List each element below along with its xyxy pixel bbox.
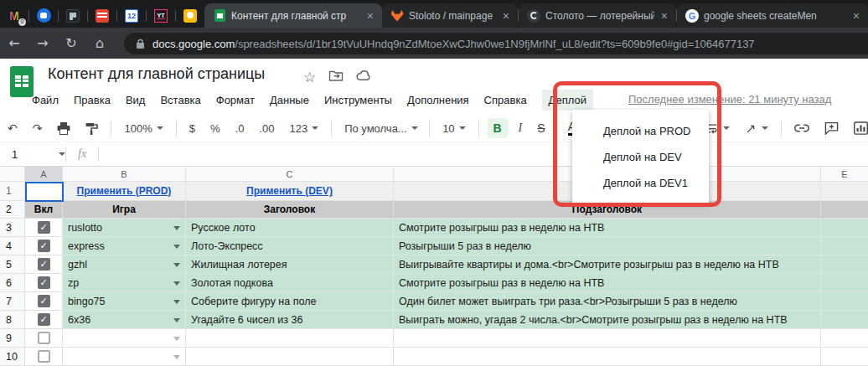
row-header[interactable]: 10 (0, 348, 25, 366)
saved-cloud-icon[interactable] (355, 69, 372, 81)
enabled-cell[interactable] (25, 274, 63, 292)
title-cell[interactable]: Соберите фигуру на поле (186, 292, 394, 311)
enabled-cell[interactable] (25, 329, 63, 348)
menu-item-7[interactable]: Дополнения (407, 94, 469, 106)
close-icon[interactable]: × (501, 10, 511, 22)
dropdown-arrow-icon[interactable] (173, 318, 180, 322)
enabled-cell[interactable] (25, 255, 63, 274)
column-header-c[interactable]: C (186, 167, 394, 182)
increase-decimals-button[interactable]: .00 (259, 122, 274, 135)
last-edit-link[interactable]: Последнее изменение: 21 минуту назад (628, 93, 831, 106)
row-header[interactable]: 6 (0, 274, 25, 292)
text-rotation-button[interactable] (745, 122, 768, 135)
back-button[interactable]: ← (0, 35, 28, 51)
game-cell[interactable]: zp (63, 274, 186, 292)
cell-a1[interactable] (25, 182, 63, 201)
cell-c1[interactable]: Применить (DEV) (186, 182, 394, 201)
game-cell[interactable]: express (63, 237, 186, 255)
pinned-tab-calendar[interactable]: 12 (117, 3, 146, 28)
italic-button[interactable]: I (519, 121, 523, 135)
subtitle-cell[interactable]: Розыгрыши 5 раз в неделю (394, 237, 821, 255)
enabled-cell[interactable] (25, 237, 63, 255)
title-cell[interactable]: Русское лото (186, 219, 394, 237)
game-cell[interactable] (63, 329, 186, 348)
dropdown-arrow-icon[interactable] (173, 263, 180, 267)
menu-item-5[interactable]: Данные (270, 94, 309, 106)
font-select[interactable]: По умолча... (344, 122, 416, 135)
row-header[interactable]: 1 (0, 182, 25, 201)
undo-button[interactable]: ↶ (8, 121, 18, 135)
empty-cell[interactable] (821, 255, 868, 274)
bold-button[interactable]: B (488, 118, 508, 138)
dropdown-arrow-icon[interactable] (173, 355, 180, 359)
game-cell[interactable] (63, 348, 186, 366)
dropdown-arrow-icon[interactable] (173, 245, 180, 249)
font-size-select[interactable]: 10 (442, 122, 465, 135)
row-header[interactable]: 7 (0, 292, 25, 311)
header-cell-subtitle[interactable]: Подзаголовок (394, 201, 821, 219)
header-cell-empty[interactable] (821, 201, 868, 219)
checkbox[interactable] (38, 313, 50, 326)
paint-format-button[interactable] (85, 122, 98, 135)
subtitle-cell[interactable] (394, 329, 821, 348)
dropdown-arrow-icon[interactable] (173, 226, 180, 230)
dropdown-arrow-icon[interactable] (173, 300, 180, 304)
subtitle-cell[interactable] (394, 348, 821, 366)
zoom-select[interactable]: 100% (124, 122, 163, 135)
column-header-b[interactable]: B (63, 167, 186, 182)
row-header[interactable]: 3 (0, 219, 25, 237)
game-cell[interactable]: ruslotto (63, 219, 186, 237)
empty-cell[interactable] (821, 311, 868, 329)
title-cell[interactable]: Угадайте 6 чисел из 36 (186, 311, 394, 329)
empty-cell[interactable] (821, 219, 868, 237)
subtitle-cell[interactable]: Выигрывайте квартиры и дома.<br>Смотрите… (394, 255, 821, 274)
menu-item-4[interactable]: Формат (216, 94, 255, 106)
row-header[interactable]: 8 (0, 311, 25, 329)
strikethrough-button[interactable]: S (537, 121, 545, 135)
decrease-decimals-button[interactable]: .0 (235, 122, 245, 135)
menu-item-0[interactable]: Файл (32, 94, 59, 106)
pinned-tab-trello[interactable] (59, 3, 87, 28)
empty-cell[interactable] (821, 237, 868, 255)
corner-box[interactable] (0, 167, 25, 182)
empty-cell[interactable] (821, 274, 868, 292)
pinned-tab-duo[interactable] (29, 3, 58, 28)
empty-cell[interactable] (821, 348, 868, 366)
header-cell-game[interactable]: Игра (63, 201, 186, 219)
checkbox[interactable] (38, 240, 50, 252)
menu-item-deploy[interactable]: Деплой (542, 90, 593, 111)
menu-item-8[interactable]: Справка (484, 94, 527, 106)
move-folder-icon[interactable] (328, 69, 344, 82)
name-box[interactable]: 1 (0, 148, 65, 161)
enabled-cell[interactable] (25, 292, 63, 311)
format-percent-button[interactable]: % (210, 122, 220, 135)
enabled-cell[interactable] (25, 348, 63, 366)
insert-link-button[interactable] (794, 122, 809, 134)
dropdown-arrow-icon[interactable] (173, 281, 180, 286)
menu-item-6[interactable]: Инструменты (324, 94, 392, 106)
title-cell[interactable] (186, 348, 394, 366)
deploy-menu-item-0[interactable]: Деплой на PROD (572, 118, 709, 144)
title-cell[interactable]: Золотая подкова (186, 274, 394, 292)
menu-item-2[interactable]: Вид (126, 94, 146, 106)
empty-cell[interactable] (821, 329, 868, 348)
home-button[interactable]: ⌂ (85, 35, 114, 51)
tab-sheets[interactable]: Контент для главной стр × (204, 3, 382, 28)
subtitle-cell[interactable]: Смотрите розыгрыш раз в неделю на НТВ (394, 219, 821, 237)
print-button[interactable] (57, 122, 70, 135)
forward-button[interactable]: → (28, 35, 57, 51)
url-field[interactable]: docs.google.com/spreadsheets/d/1br19tVuU… (124, 33, 868, 54)
text-wrap-button[interactable] (706, 122, 730, 135)
enabled-cell[interactable] (25, 219, 63, 237)
row-header[interactable]: 9 (0, 329, 25, 348)
close-icon[interactable]: × (365, 10, 375, 22)
tab-stoloto[interactable]: Столото — лотерейный × (519, 3, 676, 28)
more-formats-button[interactable]: 123 (289, 122, 318, 135)
pinned-tab-youtube-studio[interactable]: YT (147, 3, 175, 28)
checkbox[interactable] (38, 350, 50, 363)
title-cell[interactable]: Лото-Экспресс (186, 237, 394, 255)
close-icon[interactable]: × (659, 10, 669, 22)
title-cell[interactable] (186, 329, 394, 348)
checkbox[interactable] (38, 332, 50, 344)
header-cell-title[interactable]: Заголовок (186, 201, 394, 219)
